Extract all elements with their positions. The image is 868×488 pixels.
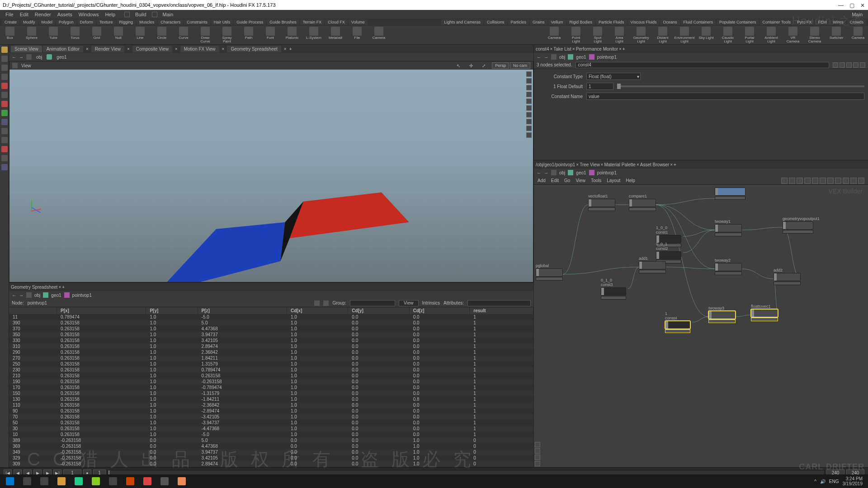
table-row[interactable]: 2700.2631581.01.842111.00.00.01 bbox=[9, 355, 533, 361]
shelf-tab[interactable]: Deform bbox=[77, 19, 96, 25]
tool-icon[interactable] bbox=[526, 99, 532, 104]
tool-icon[interactable] bbox=[1, 128, 8, 134]
parm-dropdown[interactable]: Float (float) bbox=[586, 73, 641, 80]
scope-icon[interactable] bbox=[323, 300, 329, 306]
tab-perfmon[interactable]: Performance Monitor bbox=[576, 47, 618, 52]
shelf-tab[interactable]: Rigging bbox=[117, 19, 136, 25]
shelf-tab[interactable]: Lights and Cameras bbox=[441, 19, 483, 25]
tool-icon[interactable] bbox=[526, 119, 532, 124]
tab-takelist[interactable]: Take List bbox=[553, 47, 571, 52]
nav-icon[interactable] bbox=[535, 448, 540, 454]
group-input[interactable] bbox=[350, 300, 395, 306]
info-icon[interactable] bbox=[860, 62, 865, 68]
shelf-tab[interactable]: Polygon bbox=[56, 19, 76, 25]
shelf-tab[interactable]: Volume bbox=[349, 19, 368, 25]
tab-geo-ss[interactable]: Geometry Spreadsheet bbox=[227, 46, 281, 52]
shelf-tab[interactable]: Container Tools bbox=[760, 19, 793, 25]
app-button[interactable] bbox=[139, 475, 156, 487]
net-tool-icon[interactable] bbox=[843, 178, 849, 184]
shelf-tool[interactable]: Circle bbox=[154, 27, 170, 43]
add-tab[interactable]: + bbox=[62, 285, 65, 290]
home-icon[interactable] bbox=[551, 54, 557, 60]
vop-node[interactable]: twoway2 bbox=[715, 258, 742, 275]
home-icon[interactable] bbox=[26, 54, 32, 60]
tab-anim[interactable]: Animation Editor bbox=[43, 46, 83, 52]
shelf-tab[interactable]: Wires bbox=[830, 19, 846, 25]
shelf-tool[interactable]: Draw Curve bbox=[197, 27, 213, 43]
shelf-tab[interactable]: Particles bbox=[508, 19, 529, 25]
nav-icon[interactable] bbox=[535, 442, 540, 447]
add-tab[interactable]: + bbox=[289, 47, 292, 52]
net-tool-icon[interactable] bbox=[797, 178, 803, 184]
shelf-tool[interactable]: Camera bbox=[850, 27, 866, 43]
vop-node[interactable]: geometryvopoutput1 bbox=[783, 216, 820, 234]
vop-node[interactable]: twoway1 bbox=[715, 219, 742, 236]
tab-scene-view[interactable]: Scene View bbox=[11, 46, 42, 52]
scope-icon[interactable] bbox=[314, 300, 320, 306]
shelf-tool[interactable]: Grid bbox=[89, 27, 105, 43]
table-row[interactable]: 3100.2631581.02.894741.00.00.01 bbox=[9, 343, 533, 349]
minimize-button[interactable]: — bbox=[838, 2, 844, 8]
path-seg[interactable]: geo1 bbox=[51, 293, 61, 298]
shelf-tool[interactable]: Font bbox=[262, 27, 278, 43]
shelf-tab[interactable]: Guide Process bbox=[234, 19, 266, 25]
vop-node[interactable]: compare1 bbox=[629, 194, 656, 211]
tab-render[interactable]: Render View bbox=[91, 46, 124, 52]
table-row[interactable]: 1100.2631581.0-2.368421.00.00.01 bbox=[9, 402, 533, 408]
pin-icon[interactable] bbox=[840, 62, 845, 68]
nav-back-icon[interactable]: ← bbox=[12, 293, 16, 298]
shelf-tab[interactable]: Characters bbox=[158, 19, 183, 25]
vop-node[interactable]: add1 bbox=[639, 256, 666, 273]
net-tool-icon[interactable] bbox=[850, 178, 857, 184]
tool-icon[interactable] bbox=[1, 119, 8, 125]
path-seg[interactable]: obj bbox=[559, 170, 565, 175]
gear-icon[interactable] bbox=[833, 62, 838, 68]
close-button[interactable]: ✕ bbox=[860, 2, 865, 8]
nav-back-icon[interactable]: ← bbox=[537, 170, 541, 175]
vop-node[interactable]: 1const4 bbox=[665, 311, 690, 333]
table-row[interactable]: 2300.2631581.00.7894741.00.00.01 bbox=[9, 367, 533, 373]
table-row[interactable]: 3300.2631581.03.421051.00.00.01 bbox=[9, 338, 533, 343]
shelf-tab[interactable]: Pyro FX bbox=[794, 19, 815, 25]
tray-lang[interactable]: ENG bbox=[829, 479, 839, 484]
nav-fwd-icon[interactable]: → bbox=[19, 293, 24, 298]
table-row[interactable]: 700.2631581.0-3.421051.00.00.01 bbox=[9, 414, 533, 420]
net-tab-path[interactable]: /obj/geo1/pointvop1 bbox=[536, 162, 575, 167]
shelf-tool[interactable]: Camera bbox=[546, 27, 562, 43]
path-seg[interactable]: geo1 bbox=[576, 55, 586, 60]
shelf-tab[interactable]: Oceans bbox=[660, 19, 679, 25]
nav-fwd-icon[interactable]: → bbox=[544, 170, 548, 175]
tab-comp[interactable]: Composite View bbox=[132, 46, 172, 52]
shelf-tool[interactable]: Portal Light bbox=[741, 27, 758, 43]
shelf-tool[interactable]: Switcher bbox=[828, 27, 844, 43]
search-icon[interactable] bbox=[853, 62, 859, 68]
tool-icon[interactable] bbox=[526, 132, 532, 138]
shelf-tab[interactable]: Terrain FX bbox=[300, 19, 325, 25]
shelf-tool[interactable]: VR Camera bbox=[785, 27, 801, 43]
shelf-tab[interactable]: Crowds bbox=[847, 19, 866, 25]
layout-main[interactable]: Main bbox=[160, 11, 176, 18]
app-button[interactable] bbox=[71, 475, 87, 487]
net-tool-icon[interactable] bbox=[835, 178, 841, 184]
lock-icon[interactable] bbox=[1, 83, 8, 89]
table-row[interactable]: 1300.2631581.0-1.842111.00.00.81 bbox=[9, 396, 533, 402]
table-header[interactable]: P[y] bbox=[146, 307, 198, 314]
arrow-icon[interactable] bbox=[1, 74, 8, 80]
tool-icon[interactable] bbox=[526, 85, 532, 90]
shelf-tab[interactable]: Cloud FX bbox=[325, 19, 348, 25]
tab-motion[interactable]: Motion FX View bbox=[180, 46, 219, 52]
table-row[interactable]: 3500.2631581.03.947371.00.00.01 bbox=[9, 332, 533, 338]
parm-input[interactable]: value bbox=[586, 93, 864, 100]
net-tab-mat[interactable]: Material Palette bbox=[604, 162, 635, 167]
table-row[interactable]: 349-0.2631580.03.947370.00.01.00 bbox=[9, 449, 533, 455]
tool-icon[interactable] bbox=[1, 146, 8, 152]
vop-node[interactable]: pglobal bbox=[536, 263, 563, 281]
shelf-tab[interactable]: FEM bbox=[815, 19, 829, 25]
tool-icon[interactable] bbox=[1, 110, 8, 116]
path-seg[interactable]: geo1 bbox=[576, 170, 586, 175]
table-header[interactable]: Cd[z] bbox=[409, 307, 470, 314]
net-tool-icon[interactable] bbox=[789, 178, 795, 184]
vop-node[interactable] bbox=[715, 188, 745, 200]
shelf-tool[interactable]: Ambient Light bbox=[763, 27, 779, 43]
layout-build[interactable]: Build bbox=[132, 11, 149, 18]
